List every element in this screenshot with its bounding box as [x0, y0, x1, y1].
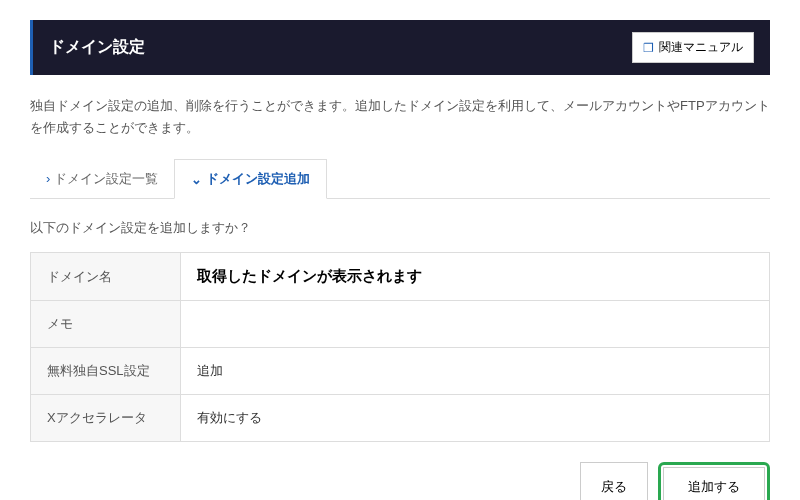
book-icon: ❐	[643, 41, 654, 55]
chevron-down-icon: ⌄	[191, 172, 202, 187]
row-value-xaccel: 有効にする	[181, 395, 770, 442]
tab-domain-list[interactable]: › ドメイン設定一覧	[30, 159, 174, 198]
related-manual-label: 関連マニュアル	[659, 39, 743, 56]
chevron-right-icon: ›	[46, 171, 50, 186]
confirm-table: ドメイン名 取得したドメインが表示されます メモ 無料独自SSL設定 追加 Xア…	[30, 252, 770, 442]
page-title: ドメイン設定	[49, 37, 145, 58]
row-value-domain: 取得したドメインが表示されます	[181, 253, 770, 301]
tab-bar: › ドメイン設定一覧 ⌄ ドメイン設定追加	[30, 159, 770, 199]
related-manual-button[interactable]: ❐ 関連マニュアル	[632, 32, 754, 63]
table-row: Xアクセラレータ 有効にする	[31, 395, 770, 442]
page-description: 独自ドメイン設定の追加、削除を行うことができます。追加したドメイン設定を利用して…	[30, 95, 770, 139]
tab-label: ドメイン設定追加	[206, 170, 310, 188]
row-value-memo	[181, 301, 770, 348]
row-label-domain: ドメイン名	[31, 253, 181, 301]
back-button[interactable]: 戻る	[580, 462, 648, 500]
table-row: ドメイン名 取得したドメインが表示されます	[31, 253, 770, 301]
row-label-xaccel: Xアクセラレータ	[31, 395, 181, 442]
button-row: 戻る 追加する	[30, 462, 770, 500]
row-value-ssl: 追加	[181, 348, 770, 395]
row-label-ssl: 無料独自SSL設定	[31, 348, 181, 395]
page-header: ドメイン設定 ❐ 関連マニュアル	[30, 20, 770, 75]
add-button[interactable]: 追加する	[663, 467, 765, 500]
confirm-prompt: 以下のドメイン設定を追加しますか？	[30, 219, 770, 237]
add-button-highlight: 追加する	[658, 462, 770, 500]
row-label-memo: メモ	[31, 301, 181, 348]
table-row: メモ	[31, 301, 770, 348]
table-row: 無料独自SSL設定 追加	[31, 348, 770, 395]
tab-domain-add[interactable]: ⌄ ドメイン設定追加	[174, 159, 327, 199]
tab-label: ドメイン設定一覧	[54, 170, 158, 188]
